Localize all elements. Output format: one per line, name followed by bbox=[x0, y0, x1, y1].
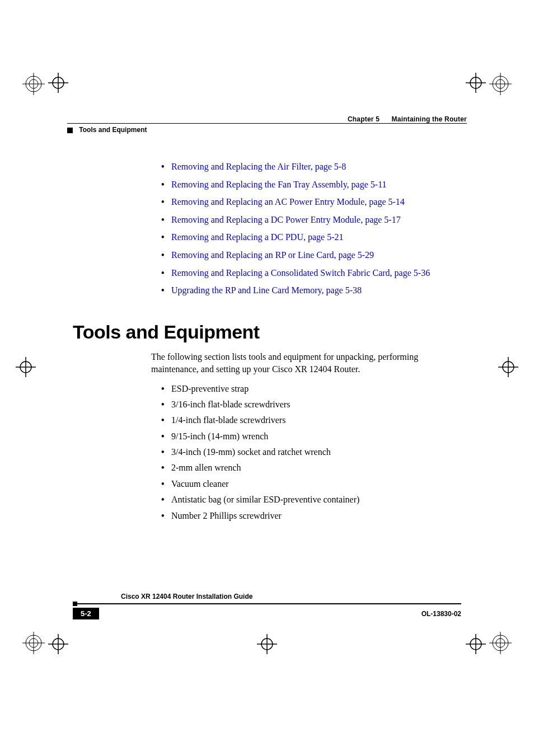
list-item: 3/16-inch flat-blade screwdrivers bbox=[161, 397, 461, 412]
page-header: Chapter 5 Maintaining the Router Tools a… bbox=[67, 115, 467, 134]
cross-reference-list: Removing and Replacing the Air Filter, p… bbox=[161, 159, 461, 298]
crosshair-mark-right-mid bbox=[498, 357, 518, 377]
list-item: ESD-preventive strap bbox=[161, 382, 461, 396]
crosshair-mark-bottom-left bbox=[48, 634, 68, 654]
header-rule bbox=[67, 123, 467, 124]
list-item: 2-mm allen wrench bbox=[161, 461, 461, 475]
xref-link[interactable]: Removing and Replacing an AC Power Entry… bbox=[171, 197, 405, 206]
crosshair-mark-top-left bbox=[48, 73, 68, 93]
header-section: Tools and Equipment bbox=[67, 126, 467, 134]
chapter-label: Chapter 5 bbox=[348, 115, 380, 123]
chapter-title: Maintaining the Router bbox=[392, 115, 467, 123]
section-heading: Tools and Equipment bbox=[73, 321, 461, 343]
footer-marker-icon bbox=[73, 602, 77, 606]
document-id: OL-13830-02 bbox=[421, 610, 461, 618]
list-item: Number 2 Phillips screwdriver bbox=[161, 509, 461, 523]
crosshair-mark-bottom-right bbox=[466, 634, 486, 654]
xref-link[interactable]: Removing and Replacing the Fan Tray Asse… bbox=[171, 180, 387, 189]
registration-mark-bottom-left bbox=[22, 632, 45, 654]
equipment-list: ESD-preventive strap 3/16-inch flat-blad… bbox=[161, 382, 461, 524]
intro-paragraph: The following section lists tools and eq… bbox=[151, 351, 461, 376]
list-item: Removing and Replacing an AC Power Entry… bbox=[161, 195, 461, 209]
page-footer: Cisco XR 12404 Router Installation Guide… bbox=[73, 593, 461, 619]
list-item: Removing and Replacing the Fan Tray Asse… bbox=[161, 177, 461, 192]
header-chapter: Chapter 5 Maintaining the Router bbox=[67, 115, 467, 123]
xref-link[interactable]: Removing and Replacing the Air Filter, p… bbox=[171, 162, 346, 171]
list-item: Antistatic bag (or similar ESD-preventiv… bbox=[161, 492, 461, 507]
section-title: Tools and Equipment bbox=[79, 126, 147, 134]
page-content: Removing and Replacing the Air Filter, p… bbox=[73, 159, 461, 524]
page-number: 5-2 bbox=[73, 608, 99, 619]
footer-doc-title: Cisco XR 12404 Router Installation Guide bbox=[121, 593, 461, 600]
list-item: Removing and Replacing a Consolidated Sw… bbox=[161, 266, 461, 280]
crosshair-mark-left-mid bbox=[16, 357, 36, 377]
registration-mark-top-left bbox=[22, 73, 45, 95]
list-item: Vacuum cleaner bbox=[161, 477, 461, 491]
xref-link[interactable]: Removing and Replacing a Consolidated Sw… bbox=[171, 268, 430, 278]
xref-link[interactable]: Upgrading the RP and Line Card Memory, p… bbox=[171, 285, 362, 295]
xref-link[interactable]: Removing and Replacing an RP or Line Car… bbox=[171, 250, 374, 260]
crosshair-mark-bottom-center bbox=[257, 634, 277, 654]
list-item: Removing and Replacing a DC PDU, page 5-… bbox=[161, 230, 461, 245]
list-item: 1/4-inch flat-blade screwdrivers bbox=[161, 413, 461, 428]
section-marker-icon bbox=[67, 128, 73, 133]
xref-link[interactable]: Removing and Replacing a DC PDU, page 5-… bbox=[171, 232, 344, 242]
footer-bottom: 5-2 OL-13830-02 bbox=[73, 608, 461, 619]
registration-mark-top-right bbox=[489, 73, 512, 95]
list-item: Removing and Replacing an RP or Line Car… bbox=[161, 248, 461, 262]
list-item: 9/15-inch (14-mm) wrench bbox=[161, 429, 461, 444]
list-item: 3/4-inch (19-mm) socket and ratchet wren… bbox=[161, 445, 461, 459]
list-item: Removing and Replacing the Air Filter, p… bbox=[161, 159, 461, 174]
xref-link[interactable]: Removing and Replacing a DC Power Entry … bbox=[171, 215, 401, 224]
crosshair-mark-top-right bbox=[466, 73, 486, 93]
footer-rule bbox=[73, 602, 461, 606]
list-item: Removing and Replacing a DC Power Entry … bbox=[161, 213, 461, 227]
registration-mark-bottom-right bbox=[489, 632, 512, 654]
list-item: Upgrading the RP and Line Card Memory, p… bbox=[161, 283, 461, 298]
